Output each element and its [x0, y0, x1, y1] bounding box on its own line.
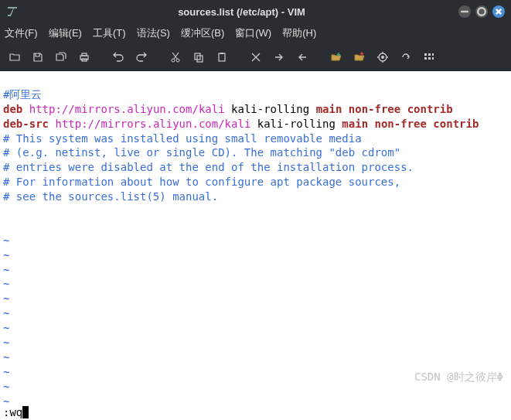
cursor-icon [22, 406, 29, 418]
empty-line-tilde: ~ [3, 322, 9, 334]
empty-line-tilde: ~ [3, 249, 9, 261]
empty-line-tilde: ~ [3, 307, 9, 319]
code-comment: # see the sources.list(5) manual. [3, 190, 218, 203]
save-icon[interactable] [28, 47, 48, 67]
menubar: 文件(F) 编辑(E) 工具(T) 语法(S) 缓冲区(B) 窗口(W) 帮助(… [0, 23, 511, 43]
empty-line-tilde: ~ [3, 366, 9, 378]
session-save-icon[interactable] [349, 47, 370, 67]
menu-edit[interactable]: 编辑(E) [49, 26, 82, 40]
code-comment: # This system was installed using small … [3, 132, 362, 145]
menu-tools[interactable]: 工具(T) [93, 26, 126, 40]
session-load-icon[interactable] [326, 47, 346, 67]
maximize-icon[interactable] [475, 5, 488, 18]
menu-file[interactable]: 文件(F) [5, 26, 38, 40]
svg-point-1 [478, 8, 485, 15]
empty-line-tilde: ~ [3, 351, 9, 364]
debsrc-keyword: deb-src [3, 118, 49, 130]
empty-line-tilde: ~ [3, 292, 9, 305]
editor-area[interactable]: #阿里云 deb http://mirrors.aliyun.com/kali … [0, 71, 511, 403]
empty-line-tilde: ~ [3, 234, 9, 247]
watermark: CSDN @时之彼岸Φ [414, 370, 503, 384]
svg-rect-16 [428, 53, 431, 56]
print-icon[interactable] [74, 47, 94, 67]
saveall-icon[interactable] [51, 47, 71, 67]
svg-rect-20 [432, 57, 434, 60]
svg-rect-17 [432, 53, 434, 56]
minimize-icon[interactable] [458, 5, 471, 18]
svg-rect-12 [220, 53, 223, 54]
empty-line-tilde: ~ [3, 336, 9, 349]
svg-rect-5 [82, 53, 87, 56]
components: main non-free contrib [342, 118, 479, 130]
repo-url: http://mirrors.aliyun.com/kali [55, 118, 250, 130]
svg-rect-15 [424, 53, 427, 56]
code-comment: #阿里云 [3, 88, 42, 101]
replace-icon[interactable] [246, 47, 266, 67]
findprev-icon[interactable] [292, 47, 312, 67]
deb-keyword: deb [3, 103, 22, 115]
copy-icon[interactable] [189, 47, 209, 67]
runscript-icon[interactable] [373, 47, 393, 67]
findnext-icon[interactable] [269, 47, 289, 67]
empty-line-tilde: ~ [3, 381, 9, 393]
code-comment: # (e.g. netinst, live or single CD). The… [3, 146, 400, 159]
repo-url: http://mirrors.aliyun.com/kali [29, 103, 225, 115]
menu-help[interactable]: 帮助(H) [282, 26, 316, 40]
undo-icon[interactable] [108, 47, 128, 67]
close-icon[interactable] [492, 5, 505, 18]
command-line[interactable]: :wq [0, 403, 511, 420]
menu-window[interactable]: 窗口(W) [235, 26, 271, 40]
svg-point-8 [176, 59, 179, 62]
window-title: sources.list (/etc/apt) - VIM [25, 6, 458, 18]
vim-icon [6, 5, 19, 18]
menu-syntax[interactable]: 语法(S) [137, 26, 170, 40]
empty-line-tilde: ~ [3, 278, 9, 290]
code-comment: # For information about how to configure… [3, 176, 400, 188]
command-text: :wq [3, 406, 22, 418]
toolbar [0, 43, 511, 71]
redo-icon[interactable] [131, 47, 152, 67]
svg-point-14 [381, 56, 384, 59]
distribution: kali-rolling [257, 118, 336, 130]
paste-icon[interactable] [212, 47, 232, 67]
svg-rect-11 [219, 53, 225, 61]
code-comment: # entries were disabled at the end of th… [3, 161, 414, 173]
open-icon[interactable] [5, 47, 25, 67]
components: main non-free contrib [316, 103, 453, 115]
empty-line-tilde: ~ [3, 395, 9, 403]
window-controls [458, 5, 505, 18]
empty-line-tilde: ~ [3, 264, 9, 276]
cut-icon[interactable] [165, 47, 186, 67]
make-icon[interactable] [396, 47, 416, 67]
svg-point-7 [172, 59, 175, 62]
distribution: kali-rolling [231, 103, 309, 115]
svg-rect-18 [424, 57, 427, 60]
menu-buffers[interactable]: 缓冲区(B) [181, 26, 224, 40]
taglist-icon[interactable] [419, 47, 439, 67]
titlebar: sources.list (/etc/apt) - VIM [0, 0, 511, 23]
svg-rect-19 [428, 57, 431, 60]
